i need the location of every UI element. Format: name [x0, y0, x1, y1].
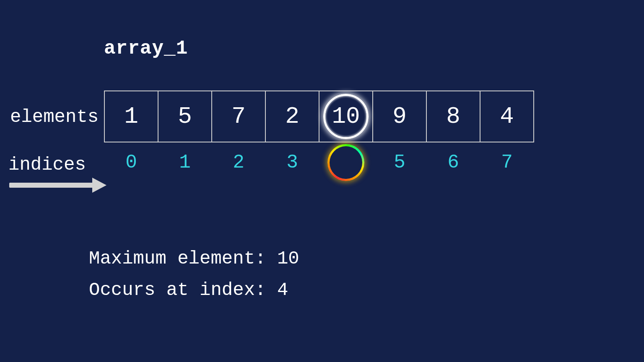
cell-value: 4: [500, 103, 514, 130]
index-cell: 7: [480, 152, 534, 173]
array-cell: 7: [211, 90, 266, 142]
cell-value: 2: [285, 103, 299, 130]
max-index-label: Occurs at index:: [89, 279, 277, 300]
index-cell: 3: [265, 152, 319, 173]
cell-value: 5: [178, 103, 192, 130]
cell-value: 8: [446, 103, 460, 130]
results-text: Maximum element: 10 Occurs at index: 4: [89, 243, 299, 306]
array-cell: 1: [104, 90, 158, 142]
index-cell: 2: [211, 152, 266, 173]
cell-value: 9: [392, 103, 407, 130]
cell-value: 1: [124, 103, 138, 130]
max-element-line: Maximum element: 10: [89, 243, 299, 274]
elements-label: elements: [10, 106, 99, 127]
array-indices-row: 0 1 2 3 4 5 6 7: [104, 152, 534, 173]
max-index-line: Occurs at index: 4: [89, 274, 299, 306]
max-element-label: Maximum element:: [89, 248, 277, 269]
array-cell: 9: [372, 90, 427, 142]
direction-arrow-icon: [9, 178, 110, 193]
array-cell: 8: [426, 90, 480, 142]
index-cell: 4: [319, 152, 373, 173]
cell-value: 7: [231, 103, 246, 130]
array-cell: 5: [158, 90, 212, 142]
index-cell: 1: [158, 152, 212, 173]
array-elements-row: 1 5 7 2 10 9 8 4: [104, 90, 534, 142]
max-element-value: 10: [277, 248, 299, 269]
array-title: array_1: [104, 38, 188, 59]
indices-label: indices: [8, 154, 86, 175]
index-cell: 6: [426, 152, 480, 173]
index-cell: 0: [104, 152, 158, 173]
max-index-value: 4: [277, 279, 288, 300]
cell-value: 10: [332, 103, 360, 130]
array-cell: 10: [319, 90, 373, 142]
array-cell: 4: [480, 90, 534, 142]
index-cell: 5: [372, 152, 427, 173]
array-cell: 2: [265, 90, 319, 142]
diagram-canvas: array_1 elements indices 1 5 7 2 10 9 8 …: [0, 0, 644, 362]
